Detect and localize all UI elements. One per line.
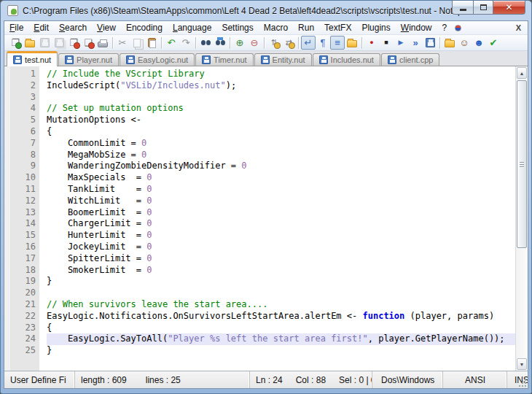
pilcrow-icon: ¶: [321, 38, 326, 47]
cut-button[interactable]: ✂: [115, 36, 130, 50]
vertical-scrollbar[interactable]: ▲ ▼: [515, 66, 528, 371]
code-text: }: [47, 276, 52, 286]
zoom-out-icon: ⊖: [251, 38, 259, 47]
redo-icon: ↷: [182, 38, 190, 47]
line-number-margin: 1 2 3 4 5 6 7 8 9 10 11 12 13 14 15 16 1…: [10, 66, 39, 371]
tab-timer-nut[interactable]: Timer.nut: [195, 53, 253, 66]
menu-close-document-button[interactable]: X: [509, 23, 528, 32]
close-all-button[interactable]: ❏: [81, 36, 95, 50]
code-text: EasyLogic.SayToAll(: [47, 333, 168, 344]
scroll-up-button[interactable]: ▲: [517, 67, 527, 79]
menu-run[interactable]: Run: [293, 23, 319, 33]
close-button[interactable]: ✕: [493, 1, 525, 15]
line-number: 6: [10, 126, 36, 138]
open-file-button[interactable]: [23, 36, 37, 50]
status-doc-size: length : 609lines : 25: [75, 371, 250, 388]
save-button[interactable]: [37, 36, 52, 50]
macro-record-button[interactable]: ●: [364, 36, 379, 50]
tab-easylogic-nut[interactable]: EasyLogic.nut: [120, 53, 195, 66]
menu-view[interactable]: View: [92, 23, 121, 33]
line-number: 24: [10, 333, 36, 345]
toolbar-separator: [161, 37, 162, 49]
menu-textfx[interactable]: TextFX: [319, 23, 356, 33]
minimize-button[interactable]: [452, 1, 473, 15]
current-code-line: EasyLogic.SayToAll("Player %s left the s…: [47, 333, 515, 345]
sync-horizontal-scroll-button[interactable]: ⇄: [281, 36, 296, 50]
tab-entity-nut[interactable]: Entity.nut: [254, 53, 312, 66]
number-text: 0: [146, 184, 152, 194]
toolbar-separator: [264, 37, 265, 49]
comment-text: // Set up mutation options: [47, 103, 184, 113]
status-encoding: ANSI: [443, 371, 507, 388]
macro-run-multiple-button[interactable]: »: [408, 36, 423, 50]
fold-margin[interactable]: [39, 66, 47, 371]
col-label: Col : 88: [296, 375, 326, 385]
npp-plugin-button[interactable]: ☻: [472, 36, 486, 50]
menu-settings[interactable]: Settings: [216, 23, 258, 33]
status-insert-mode: INS: [507, 371, 528, 388]
redo-button[interactable]: ↷: [179, 36, 193, 50]
macro-save-button[interactable]: [423, 36, 437, 50]
toolbar-separator: [230, 37, 230, 49]
find-icon: [201, 40, 206, 45]
scrollbar-thumb[interactable]: [517, 80, 527, 248]
code-line: MegaMobSize = 0: [47, 150, 515, 161]
macro-stop-button[interactable]: ■: [379, 36, 394, 50]
maximize-button[interactable]: [473, 1, 493, 15]
line-number: 14: [10, 218, 36, 230]
doc-switcher-button[interactable]: [345, 36, 359, 50]
line-number: 7: [10, 138, 36, 150]
macro-play-button[interactable]: ▶: [394, 36, 408, 50]
save-all-button[interactable]: [52, 36, 66, 50]
menu-window[interactable]: Window: [396, 23, 437, 33]
resize-grip[interactable]: [517, 378, 527, 387]
copy-button[interactable]: [130, 36, 144, 50]
toolbar: ❐ ❐ ❏ ✂ ↶ ↷ ⊕ ⊖ ⇅ ⇄ ↵ ¶ ≡: [4, 35, 528, 51]
notepadpp-icon: [7, 5, 18, 16]
zoom-in-button[interactable]: ⊕: [232, 36, 247, 50]
menu-plugin-icon[interactable]: [455, 25, 461, 31]
menu-encoding[interactable]: Encoding: [121, 23, 168, 33]
indent-guide-button[interactable]: ≡: [330, 36, 345, 50]
close-file-button[interactable]: ❐: [66, 36, 81, 50]
tab-player-nut[interactable]: Player.nut: [58, 53, 119, 66]
menu-search[interactable]: Search: [54, 23, 92, 33]
menu-language[interactable]: Language: [168, 23, 216, 33]
show-all-characters-button[interactable]: ¶: [316, 36, 330, 50]
number-text: 0: [146, 230, 152, 240]
paste-button[interactable]: [144, 36, 159, 50]
word-wrap-button[interactable]: ↵: [301, 36, 316, 50]
find-replace-button[interactable]: [213, 36, 227, 50]
code-area[interactable]: // Include the VScript Library IncludeSc…: [47, 66, 515, 371]
number-text: 0: [146, 196, 152, 206]
line-number: 1: [10, 69, 36, 80]
status-cursor-pos: Ln : 24Col : 88Sel : 0 | 0: [250, 371, 372, 388]
menu-file[interactable]: File: [4, 23, 28, 33]
textfx-plugin-button[interactable]: ☺: [457, 36, 472, 50]
code-line: {: [47, 322, 515, 334]
sync-vertical-scroll-button[interactable]: ⇅: [267, 36, 281, 50]
string-text: "VSLib/Includes.nut": [120, 80, 226, 90]
find-button[interactable]: [198, 36, 213, 50]
tab-client-cpp[interactable]: client.cpp: [381, 53, 439, 66]
new-file-button[interactable]: ❐: [8, 36, 23, 50]
number-text: 0: [146, 265, 152, 275]
tab-label: Entity.nut: [273, 55, 305, 64]
undo-button[interactable]: ↶: [164, 36, 179, 50]
print-button[interactable]: [95, 36, 110, 50]
notepadpp-window: C:\Program Files (x86)\Steam\SteamApps\c…: [0, 0, 532, 394]
zoom-out-button[interactable]: ⊖: [247, 36, 262, 50]
line-number: 5: [10, 115, 36, 126]
menu-help[interactable]: ?: [437, 23, 452, 33]
spell-check-button[interactable]: ✔: [486, 36, 501, 50]
menu-plugins[interactable]: Plugins: [356, 23, 395, 33]
bookmark-margin[interactable]: [4, 66, 10, 371]
tab-test-nut[interactable]: test.nut: [7, 51, 58, 66]
play-icon: ▶: [399, 39, 404, 46]
menu-edit[interactable]: Edit: [28, 23, 54, 33]
tab-includes-nut[interactable]: Includes.nut: [313, 53, 380, 66]
explorer-plugin-button[interactable]: [442, 36, 457, 50]
tab-label: EasyLogic.nut: [138, 55, 188, 64]
menu-macro[interactable]: Macro: [259, 23, 293, 33]
scroll-down-button[interactable]: ▼: [517, 358, 527, 370]
